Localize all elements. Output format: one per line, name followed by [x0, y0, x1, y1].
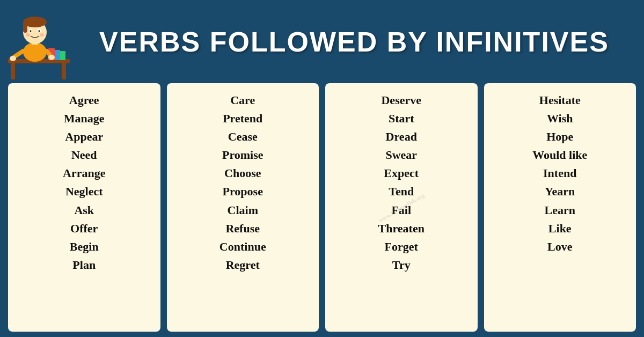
word-item: Forget — [385, 238, 418, 256]
word-item: Intend — [543, 164, 576, 182]
word-item: Wish — [547, 109, 573, 128]
word-item: Learn — [545, 201, 575, 219]
column-2: CarePretendCeasePromiseChooseProposeClai… — [167, 83, 319, 332]
word-item: Expect — [384, 164, 419, 182]
word-item: Offer — [70, 219, 98, 238]
word-item: Care — [230, 91, 255, 109]
word-item: Ask — [74, 201, 94, 219]
word-item: Love — [547, 238, 572, 256]
word-item: Plan — [72, 256, 96, 274]
word-item: Threaten — [378, 219, 425, 238]
word-item: Propose — [223, 182, 263, 201]
word-item: Promise — [222, 146, 264, 164]
word-item: Yearn — [545, 182, 575, 201]
word-item: Would like — [532, 146, 587, 164]
svg-rect-1 — [11, 63, 15, 79]
svg-point-20 — [40, 33, 44, 36]
word-item: Cease — [228, 128, 258, 146]
svg-point-17 — [30, 30, 32, 32]
word-item: Refuse — [225, 219, 260, 238]
page-title: VERBS FOLLOWED BY INFINITIVES — [75, 26, 633, 58]
word-item: Neglect — [65, 182, 103, 201]
word-item: Deserve — [381, 91, 421, 109]
word-item: Fail — [391, 201, 411, 219]
word-item: Choose — [224, 164, 261, 182]
word-item: Like — [548, 219, 572, 238]
word-item: Try — [392, 256, 411, 274]
svg-rect-2 — [62, 63, 66, 79]
svg-point-19 — [26, 33, 30, 36]
svg-point-10 — [48, 55, 55, 60]
word-item: Agree — [69, 91, 99, 109]
word-item: Appear — [65, 128, 103, 146]
word-item: Dread — [386, 128, 417, 146]
column-3: DeserveStartDreadSwearExpectTendFailThre… — [325, 83, 478, 332]
svg-rect-4 — [55, 50, 60, 60]
word-item: Hesitate — [539, 91, 581, 109]
word-item: Begin — [70, 238, 99, 256]
column-4: HesitateWishHopeWould likeIntendYearnLea… — [484, 83, 636, 332]
svg-rect-14 — [23, 22, 27, 33]
word-item: Arrange — [63, 164, 105, 182]
title-area: VERBS FOLLOWED BY INFINITIVES — [75, 26, 633, 58]
column-1: AgreeManageAppearNeedArrangeNeglectAskOf… — [8, 83, 160, 332]
svg-point-6 — [23, 42, 47, 62]
word-item: Tend — [389, 182, 414, 201]
svg-point-9 — [10, 56, 16, 61]
word-item: Claim — [228, 201, 258, 219]
word-item: Start — [389, 109, 414, 128]
word-item: Pretend — [223, 109, 262, 128]
word-item: Swear — [385, 146, 417, 164]
word-item: Hope — [546, 128, 573, 146]
word-item: Manage — [64, 109, 105, 128]
word-item: Regret — [226, 256, 260, 274]
svg-point-18 — [39, 30, 40, 32]
columns-area: AgreeManageAppearNeedArrangeNeglectAskOf… — [0, 83, 644, 337]
svg-rect-5 — [60, 51, 65, 60]
word-item: Continue — [219, 238, 266, 256]
character-illustration — [5, 3, 75, 80]
header: VERBS FOLLOWED BY INFINITIVES — [0, 0, 644, 83]
word-item: Need — [71, 146, 97, 164]
